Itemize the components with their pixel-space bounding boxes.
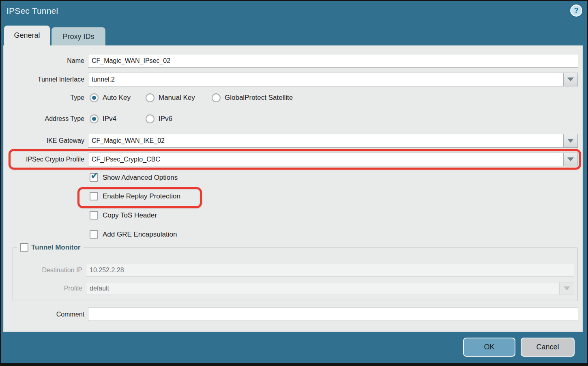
radio-globalprotect-satellite[interactable]: GlobalProtect Satellite [212, 93, 293, 102]
tunnel-monitor-legend[interactable]: Tunnel Monitor [17, 243, 84, 252]
general-tab-panel: Name Tunnel Interface Type Auto Key Manu… [3, 45, 583, 332]
question-mark-glyph: ? [574, 6, 579, 15]
profile-dropdown-button [560, 282, 574, 295]
checkbox-unchecked-icon [90, 211, 98, 220]
ipsec-tunnel-dialog: IPSec Tunnel ? General Proxy IDs Name Tu… [0, 0, 588, 366]
ike-gateway-input[interactable] [88, 134, 563, 148]
checkbox-checked-icon: ✔ [90, 173, 98, 182]
destination-ip-label: Destination IP [13, 264, 82, 277]
address-type-label: Address Type [4, 112, 84, 126]
chevron-down-icon [564, 286, 570, 291]
tunnel-interface-label: Tunnel Interface [4, 73, 84, 86]
ipsec-crypto-profile-input[interactable] [88, 153, 563, 166]
ike-gateway-label: IKE Gateway [4, 134, 84, 148]
copy-tos-header-checkbox[interactable]: Copy ToS Header [90, 211, 157, 220]
profile-label: Profile [13, 282, 82, 295]
radio-ipv6[interactable]: IPv6 [146, 114, 172, 123]
radio-icon [146, 93, 155, 102]
radio-auto-key[interactable]: Auto Key [90, 93, 131, 102]
cancel-button[interactable]: Cancel [521, 338, 575, 357]
tunnel-monitor-group: Tunnel Monitor Destination IP Profile [13, 248, 578, 301]
comment-input[interactable] [88, 308, 578, 321]
chevron-down-icon [567, 157, 574, 161]
add-gre-encapsulation-checkbox[interactable]: Add GRE Encapsulation [90, 230, 177, 239]
check-icon: ✔ [90, 171, 99, 181]
comment-label: Comment [4, 308, 84, 321]
checkbox-unchecked-icon [90, 230, 98, 239]
dialog-title: IPSec Tunnel [6, 6, 58, 16]
chevron-down-icon [567, 78, 574, 82]
destination-ip-input [86, 264, 574, 277]
tab-general[interactable]: General [4, 26, 50, 45]
ipsec-crypto-profile-label: IPSec Crypto Profile [4, 153, 84, 166]
tunnel-monitor-checkbox[interactable] [20, 243, 28, 252]
enable-replay-protection-checkbox[interactable]: Enable Replay Protection [90, 192, 180, 200]
radio-ipv4[interactable]: IPv4 [90, 114, 116, 123]
radio-icon [212, 93, 221, 102]
ike-gateway-dropdown-button[interactable] [563, 134, 578, 148]
radio-manual-key[interactable]: Manual Key [146, 93, 195, 102]
radio-selected-icon [90, 93, 99, 102]
radio-icon [146, 114, 155, 123]
show-advanced-options-checkbox[interactable]: ✔ Show Advanced Options [90, 173, 178, 182]
help-icon[interactable]: ? [570, 4, 582, 17]
tunnel-interface-input[interactable] [88, 73, 563, 86]
radio-selected-icon [90, 114, 99, 123]
name-label: Name [4, 54, 84, 68]
name-input[interactable] [88, 54, 578, 68]
tunnel-monitor-title: Tunnel Monitor [31, 243, 81, 252]
tunnel-interface-dropdown-button[interactable] [563, 73, 578, 86]
type-label: Type [4, 91, 84, 105]
chevron-down-icon [567, 139, 574, 143]
ipsec-crypto-profile-dropdown-button[interactable] [563, 153, 578, 166]
checkbox-unchecked-icon [90, 192, 98, 200]
ok-button[interactable]: OK [463, 338, 515, 357]
profile-input [86, 282, 560, 295]
tab-proxy-ids[interactable]: Proxy IDs [52, 27, 105, 45]
